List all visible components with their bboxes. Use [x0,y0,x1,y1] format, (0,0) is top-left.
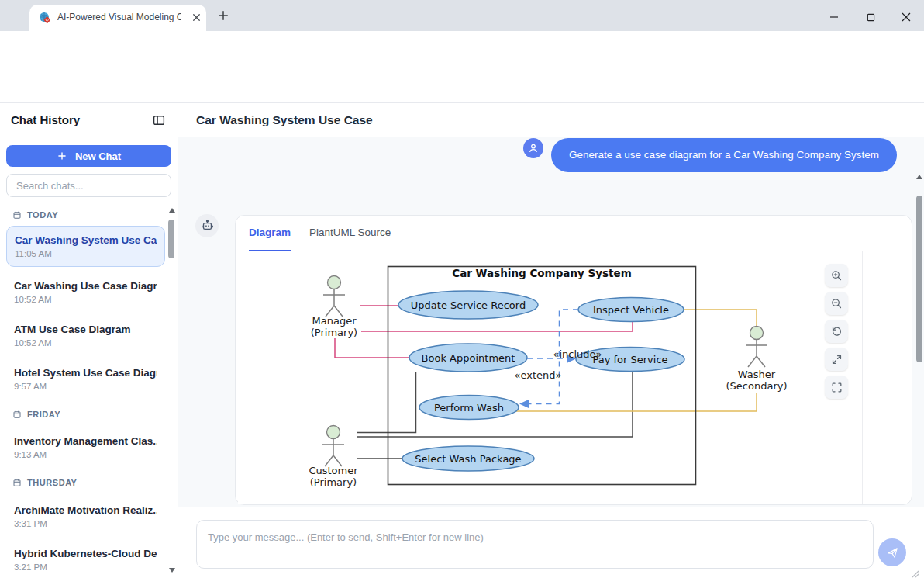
usecase-label: Update Service Record [411,299,526,311]
include-label: «include» [553,348,602,360]
actor-role: (Secondary) [726,380,788,392]
chat-item-title: ArchiMate Motivation Realiz... [14,504,157,516]
chat-item-title: Car Washing System Use Case [15,234,157,246]
tab-favicon [39,12,51,27]
user-message-bubble: Generate a use case diagram for a Car Wa… [551,138,897,172]
send-button[interactable] [878,538,906,566]
message-input-panel [178,507,924,578]
extend-label: «extend» [515,369,562,381]
user-message-avatar [523,138,543,158]
browser-tab[interactable]: AI-Powered Visual Modeling Ch [29,5,206,31]
chat-item-title: Hotel System Use Case Diagr... [14,367,157,379]
send-plane-icon [886,546,899,559]
tab-title: AI-Powered Visual Modeling Ch [57,12,181,22]
chat-history-sidebar: Chat History New Chat TODAY Car Washing … [0,103,178,578]
sidebar-title: Chat History [11,113,80,126]
conversation-title: Car Washing System Use Case [196,113,373,127]
person-icon [527,142,540,154]
usecase-label: Select Wash Package [415,453,521,465]
chat-item-time: 3:31 PM [14,519,157,528]
panel-collapse-icon[interactable] [152,113,166,130]
chat-scrollbar-thumb[interactable] [916,196,922,362]
tab-close-icon[interactable] [191,12,202,26]
system-title: Car Washing Company System [452,267,632,279]
resize-grip-icon[interactable] [910,567,919,578]
window-maximize-icon[interactable] [860,9,881,25]
expand-button[interactable] [825,348,848,371]
chat-item-time: 10:52 AM [14,338,157,348]
search-chats-input[interactable] [6,174,171,197]
actor-role: (Primary) [310,476,357,488]
chat-item-title: ATM Use Case Diagram [14,324,157,335]
diagram-card: Diagram PlantUML Source Car Washing Comp… [235,215,912,505]
chat-history-item[interactable]: ArchiMate Motivation Realiz... 3:31 PM [6,498,165,535]
app-header: Chatbot Powered by Visual Paradigm More … [0,66,924,103]
usecase-label: Pay for Service [592,354,667,365]
tab-plantuml-source[interactable]: PlantUML Source [309,227,391,238]
main-panel: Car Washing System Use Case Generate a u… [178,103,924,578]
plus-icon [57,151,67,161]
chat-history-item[interactable]: Hotel System Use Case Diagr... 9:57 AM [6,361,165,397]
usecase-label: Book Appointment [422,352,515,364]
chat-messages-area: Generate a use case diagram for a Car Wa… [178,137,924,507]
chat-history-item[interactable]: Inventory Management Clas... 9:13 AM [6,429,165,466]
window-close-icon[interactable] [896,9,916,25]
chat-item-title: Inventory Management Clas... [14,435,157,447]
chat-item-time: 11:05 AM [15,249,157,258]
chat-history-item[interactable]: ATM Use Case Diagram 10:52 AM [6,317,165,354]
chat-item-time: 10:52 AM [14,295,157,304]
browser-toolbar: ai-toolbox.visual-paradigm.com/app/chatb… [0,31,924,66]
sidebar-scrollbar-thumb[interactable] [168,220,174,258]
calendar-icon [12,478,22,487]
conversation-titlebar: Car Washing System Use Case [178,103,924,137]
new-tab-icon[interactable] [216,9,230,26]
chat-item-time: 9:57 AM [14,382,157,391]
calendar-icon [12,210,22,220]
chat-item-time: 3:21 PM [14,562,157,572]
actor-name: Washer [738,369,776,380]
chat-item-title: Car Washing Use Case Diagr... [14,280,157,292]
section-header-thursday: THURSDAY [12,478,78,487]
usecase-label: Inspect Vehicle [593,304,669,316]
section-header-today: TODAY [12,210,58,220]
actor-name: Manager [312,315,357,327]
section-label: TODAY [27,210,58,220]
chat-scroll-up-arrow[interactable] [916,175,922,179]
zoom-in-button[interactable] [825,264,848,287]
section-header-friday: FRIDAY [12,410,60,419]
diagram-tabbar: Diagram PlantUML Source [236,216,912,251]
new-chat-button[interactable]: New Chat [6,145,171,167]
chat-item-time: 9:13 AM [14,450,157,459]
chat-history-item[interactable]: Car Washing Use Case Diagr... 10:52 AM [6,274,165,310]
new-chat-label: New Chat [75,151,121,162]
sidebar-scroll-up-arrow[interactable] [169,208,175,213]
chat-item-title: Hybrid Kubernetes-Cloud De... [14,548,157,559]
sidebar-header: Chat History [0,103,178,137]
actor-role: (Primary) [311,327,357,338]
calendar-icon [12,410,22,419]
sidebar-scroll-down-arrow[interactable] [169,568,175,573]
usecase-label: Perform Wash [434,402,504,414]
use-case-diagram-image: Car Washing Company System Update Servic… [305,261,793,493]
tab-diagram[interactable]: Diagram [249,227,291,238]
chat-history-item[interactable]: Hybrid Kubernetes-Cloud De... 3:21 PM [6,542,165,578]
chat-history-item-selected[interactable]: Car Washing System Use Case 11:05 AM [6,226,165,267]
browser-tabstrip: AI-Powered Visual Modeling Ch [0,0,924,31]
reset-view-button[interactable] [825,320,848,343]
fullscreen-button[interactable] [825,376,848,399]
section-label: FRIDAY [27,410,60,419]
window-minimize-icon[interactable] [824,9,844,25]
message-input[interactable] [196,520,874,569]
bot-avatar [195,214,219,237]
zoom-out-button[interactable] [825,292,848,315]
section-label: THURSDAY [27,478,78,487]
robot-icon [201,220,214,233]
actor-name: Customer [309,465,358,476]
